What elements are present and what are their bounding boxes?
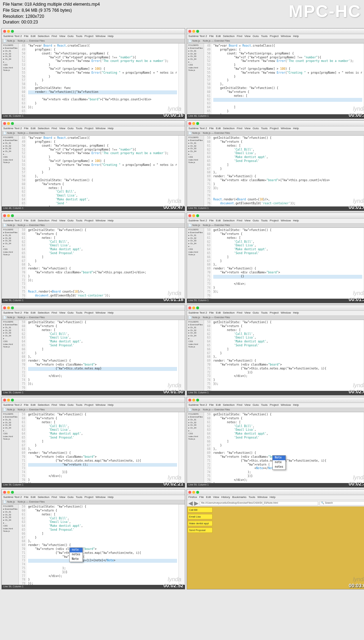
code-editor[interactable]: 4849505152535455565758596061626364656667… [204, 43, 364, 114]
sidebar-item[interactable]: CSS [2, 432, 18, 435]
file-sidebar[interactable]: FOLDERS▸ ExerciseFiles ▸ Ch_01 ▸ Ch_02 ▸… [187, 43, 204, 114]
menu-item[interactable]: Tools [76, 403, 82, 407]
sticky-note[interactable]: Send Proposal [188, 528, 213, 533]
file-sidebar[interactable]: FOLDERS▸ ExerciseFiles ▸ Ch_01 ▸ Ch_02 ▸… [2, 412, 19, 483]
sidebar-item[interactable]: ▸ Ch_02 [2, 329, 18, 332]
menu-item[interactable]: Find [237, 35, 242, 38]
sidebar-item[interactable]: ▸ Ch_04 [2, 58, 18, 61]
sidebar-item[interactable]: ▸ ... [2, 153, 18, 156]
menu-item[interactable]: Tools [76, 35, 82, 38]
autocomplete-item[interactable]: note [273, 460, 285, 465]
menu-item[interactable]: Help [293, 35, 299, 38]
sidebar-item[interactable]: ▸ Ch_03 [2, 147, 18, 150]
sidebar-item[interactable]: ▸ Ch_04 [188, 150, 203, 153]
sidebar-item[interactable]: ▸ Ch_04 [2, 519, 18, 522]
tab-bar[interactable]: 📄 Note.js Note.js — Exercise Files [187, 316, 364, 320]
menu-item[interactable]: Window [281, 35, 291, 38]
menu-item[interactable]: Project [270, 219, 279, 223]
menu-item[interactable]: Find [237, 403, 242, 407]
sidebar-item[interactable]: ▸ Ch_01 [188, 142, 203, 145]
menu-item[interactable]: File [24, 127, 28, 131]
sidebar-item[interactable]: ▸ Ch_04 [2, 150, 18, 153]
menu-item[interactable]: Find [237, 311, 242, 315]
menu-item[interactable]: Goto [68, 219, 74, 223]
sidebar-item[interactable]: CSS [2, 248, 18, 251]
menu-item[interactable]: Help [108, 403, 113, 407]
menu-item[interactable]: Goto [253, 219, 259, 223]
menu-item[interactable]: Selection [223, 403, 235, 407]
menu-item[interactable]: Window [96, 495, 106, 499]
menu-item[interactable]: Help [108, 495, 113, 499]
sidebar-item[interactable]: Note.js [188, 161, 203, 164]
code-editor[interactable]: 5960616263646566676869707172737475767778… [204, 320, 364, 391]
menu-item[interactable]: Selection [38, 495, 49, 499]
menu-item[interactable]: Project [85, 311, 93, 315]
menu-item[interactable]: Help [108, 35, 113, 38]
sidebar-item[interactable]: CSS [188, 340, 203, 343]
code-editor[interactable]: 5960616263646566676869707172737475767778… [19, 412, 178, 483]
sidebar-item[interactable]: ▸ Ch_02 [188, 421, 203, 424]
sidebar-item[interactable]: ▸ Ch_01 [2, 234, 18, 237]
menu-item[interactable]: Sublime Text 2 [3, 127, 22, 131]
sidebar-item[interactable]: index.html [2, 67, 18, 69]
menu-item[interactable]: Find [52, 127, 57, 131]
menu-item[interactable]: Project [270, 311, 279, 315]
thumbnail-frame[interactable]: Sublime Text 2FileEditSelectionFindViewG… [1, 489, 185, 589]
menu-item[interactable]: Tools [76, 219, 82, 223]
back-icon[interactable]: ◀ [188, 500, 193, 507]
menu-item[interactable]: Tools [261, 35, 268, 38]
code-content[interactable]: getInitialState: "kw">function() { "kw">… [212, 412, 364, 483]
minimap[interactable] [178, 412, 185, 483]
code-content[interactable]: getInitialState: "kw">function() { "kw">… [212, 320, 364, 391]
sidebar-item[interactable]: Note.js [188, 253, 203, 256]
minimap[interactable] [178, 136, 185, 206]
menu-item[interactable]: Sublime Text 2 [3, 311, 22, 315]
code-editor[interactable]: 5960616263646566676869707172737475767778… [204, 136, 364, 206]
sidebar-item[interactable]: ▸ Ch_04 [188, 427, 203, 430]
sidebar-item[interactable]: ▸ ExerciseFiles [188, 231, 203, 234]
code-content[interactable]: getInitialState: "kw">function() { "kw">… [27, 320, 178, 391]
sidebar-item[interactable]: ▸ ExerciseFiles [188, 139, 203, 142]
menu-item[interactable]: Edit [216, 403, 221, 407]
sidebar-item[interactable]: Note.js [188, 69, 203, 72]
sidebar-item[interactable]: ▸ Ch_03 [188, 55, 203, 58]
sidebar-item[interactable]: ▸ Ch_03 [2, 516, 18, 519]
sidebar-item[interactable]: ▸ ExerciseFiles [2, 231, 18, 234]
sidebar-item[interactable]: CSS [2, 64, 18, 67]
sidebar-item[interactable]: ▸ Ch_02 [2, 421, 18, 424]
minimap[interactable] [178, 504, 185, 585]
menu-item[interactable]: File [209, 219, 214, 223]
menu-item[interactable]: Window [96, 311, 106, 315]
sidebar-item[interactable]: ▸ Ch_01 [2, 326, 18, 329]
menu-item[interactable]: Edit [216, 127, 221, 131]
tab-bar[interactable]: 📄 Note.js Note.js — Exercise Files [2, 224, 185, 228]
menubar[interactable]: Sublime Text 2FileEditSelectionFindViewG… [2, 403, 185, 408]
menu-item[interactable]: View [213, 495, 219, 499]
sidebar-item[interactable]: FOLDERS [188, 44, 203, 47]
sidebar-item[interactable]: index.html [188, 343, 203, 346]
sidebar-item[interactable]: ▸ Ch_02 [2, 145, 18, 148]
menu-item[interactable]: Goto [253, 35, 259, 38]
menubar[interactable]: Sublime Text 2FileEditSelectionFindViewG… [2, 311, 185, 316]
sidebar-item[interactable]: ▸ Ch_02 [2, 53, 18, 56]
menu-item[interactable]: Goto [68, 495, 74, 499]
menu-item[interactable]: File [24, 403, 28, 407]
code-content[interactable]: getInitialState: "kw">function() { "kw">… [212, 228, 364, 299]
menubar[interactable]: Sublime Text 2FileEditSelectionFindViewG… [187, 34, 364, 39]
sidebar-item[interactable]: index.html [188, 159, 203, 162]
sidebar-item[interactable]: ▸ Ch_02 [188, 329, 203, 332]
sidebar-item[interactable]: ▸ ExerciseFiles [2, 416, 18, 419]
sidebar-item[interactable]: CSS [188, 432, 203, 435]
menu-item[interactable]: Selection [38, 127, 49, 131]
sidebar-item[interactable]: Note.js [2, 69, 18, 72]
menu-item[interactable]: Window [96, 127, 106, 131]
file-sidebar[interactable]: FOLDERS▸ ExerciseFiles ▸ Ch_01 ▸ Ch_02 ▸… [2, 228, 19, 299]
sidebar-item[interactable]: ▸ Ch_01 [2, 419, 18, 421]
sidebar-item[interactable]: ▸ Ch_04 [188, 335, 203, 337]
autocomplete-item[interactable]: Note [273, 456, 285, 460]
thumbnail-frame[interactable]: Sublime Text 2FileEditSelectionFindViewG… [1, 305, 185, 395]
sidebar-item[interactable]: FOLDERS [2, 413, 18, 416]
menu-item[interactable]: View [245, 35, 251, 38]
menu-item[interactable]: File [24, 219, 28, 223]
menu-item[interactable]: Selection [223, 35, 235, 38]
